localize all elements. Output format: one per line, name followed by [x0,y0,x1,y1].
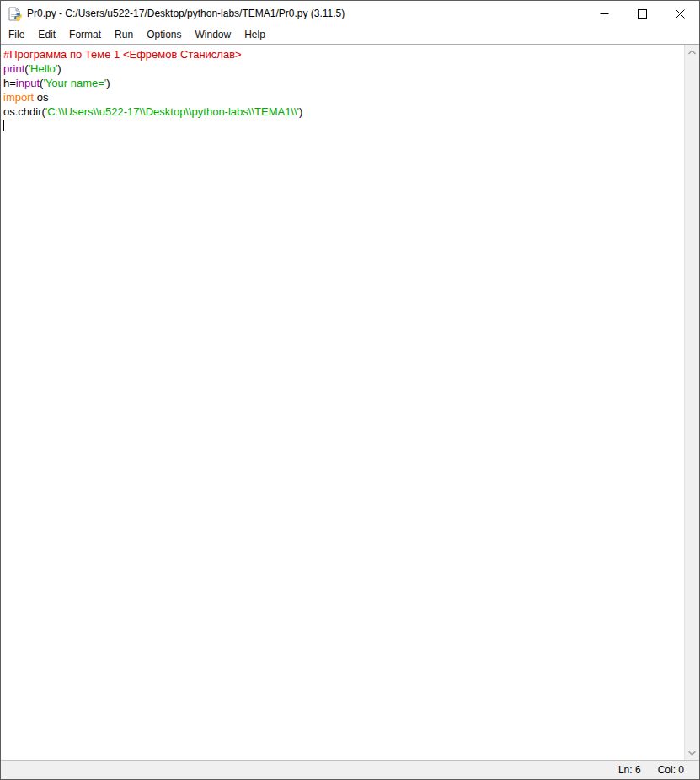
scroll-down-button[interactable] [685,745,700,760]
python-file-icon [8,7,22,21]
text-cursor [3,120,4,131]
code-line: print('Hello') [3,61,681,76]
maximize-icon [638,9,647,19]
menu-item-run[interactable]: Run [108,27,140,43]
menu-item-options[interactable]: Options [140,27,188,43]
idle-editor-window: Pr0.py - C:/Users/u522-17/Desktop/python… [0,0,700,780]
menu-item-file[interactable]: File [2,27,31,43]
status-bar: Ln: 6 Col: 0 [1,761,699,779]
menu-bar: FileEditFormatRunOptionsWindowHelp [1,26,699,44]
menu-item-format[interactable]: Format [62,27,108,43]
code-segment-plain: ) [57,62,61,75]
code-editor[interactable]: #Программа по Теме 1 <Ефремов Станислав>… [1,44,699,761]
title-bar[interactable]: Pr0.py - C:/Users/u522-17/Desktop/python… [1,1,699,26]
code-segment-string: 'C:\\Users\\u522-17\\Desktop\\python-lab… [45,105,299,118]
close-icon [676,9,685,19]
code-segment-string: 'Hello' [29,62,58,75]
code-segment-plain: os [34,91,48,104]
code-segment-builtin: print [3,62,24,75]
code-segment-string: 'Your name=' [43,77,106,89]
code-segment-plain: os.chdir( [3,105,45,118]
status-col-indicator: Col: 0 [649,764,692,776]
maximize-button[interactable] [623,1,661,26]
menu-item-window[interactable]: Window [189,27,238,43]
menu-item-edit[interactable]: Edit [31,27,62,43]
window-title: Pr0.py - C:/Users/u522-17/Desktop/python… [27,8,345,19]
code-line: h=input('Your name=') [3,76,681,90]
menu-item-help[interactable]: Help [238,27,272,43]
code-segment-comment: #Программа по Теме 1 <Ефремов Станислав> [3,48,242,61]
vertical-scrollbar[interactable] [684,45,699,760]
minimize-icon [600,9,609,19]
code-line: os.chdir('C:\\Users\\u522-17\\Desktop\\p… [3,104,681,119]
status-line-indicator: Ln: 6 [610,764,649,776]
close-button[interactable] [661,1,699,26]
code-line: #Программа по Теме 1 <Ефремов Станислав> [3,47,681,61]
chevron-down-icon [688,751,696,756]
code-segment-plain: h= [3,77,16,89]
chevron-up-icon [688,50,696,55]
code-segment-plain: ) [299,105,302,118]
scroll-up-button[interactable] [685,45,700,59]
code-line [3,119,681,133]
code-segment-keyword: import [3,91,34,104]
code-segment-builtin: input [16,77,40,89]
minimize-button[interactable] [585,1,623,26]
code-segment-plain: ) [106,77,110,89]
code-line: import os [3,90,681,104]
code-content[interactable]: #Программа по Теме 1 <Ефремов Станислав>… [1,45,684,760]
